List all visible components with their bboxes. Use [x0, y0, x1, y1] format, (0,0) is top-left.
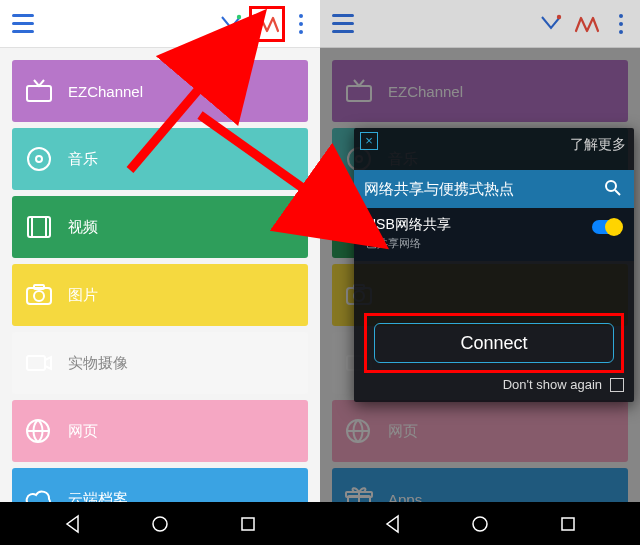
nav-home[interactable]: [465, 509, 495, 539]
tile-music[interactable]: 音乐: [12, 128, 308, 190]
camera-icon: [24, 352, 68, 374]
connect-dialog: × 了解更多 网络共享与便携式热点 USB网络共享 已共享网络 Connect: [354, 128, 634, 402]
svg-point-2: [28, 148, 50, 170]
svg-rect-26: [562, 518, 574, 530]
tile-photo[interactable]: 图片: [12, 264, 308, 326]
svg-rect-8: [27, 356, 45, 370]
usb-tethering-row[interactable]: USB网络共享 已共享网络: [354, 208, 634, 261]
android-navbar: [320, 502, 640, 545]
tile-label: 网页: [68, 422, 98, 441]
tile-label: EZChannel: [68, 83, 143, 100]
tile-web[interactable]: 网页: [12, 400, 308, 462]
nav-recent[interactable]: [553, 509, 583, 539]
nav-back[interactable]: [378, 509, 408, 539]
tethering-label: 网络共享与便携式热点: [364, 180, 604, 199]
learn-more-link[interactable]: 了解更多: [570, 136, 626, 154]
tile-label: 实物摄像: [68, 354, 128, 373]
tv-icon: [24, 78, 68, 104]
menu-icon[interactable]: [6, 7, 40, 41]
tile-label: 图片: [68, 286, 98, 305]
tile-label: 云端档案: [68, 490, 128, 503]
tile-label: 视频: [68, 218, 98, 237]
video-icon: [24, 214, 68, 240]
w-icon[interactable]: [252, 9, 282, 39]
cloud-icon: [24, 488, 68, 502]
android-navbar: [0, 502, 320, 545]
tethering-search-row[interactable]: 网络共享与便携式热点: [354, 170, 634, 208]
dont-show-label: Don't show again: [503, 377, 602, 392]
dim-overlay-top: [320, 0, 640, 48]
topbar: [0, 0, 320, 48]
more-icon[interactable]: [288, 9, 314, 39]
nav-home[interactable]: [145, 509, 175, 539]
usb-tethering-toggle[interactable]: [592, 220, 622, 234]
tile-video[interactable]: 视频: [12, 196, 308, 258]
svg-rect-11: [242, 518, 254, 530]
tile-ezchannel[interactable]: EZChannel: [12, 60, 308, 122]
nav-recent[interactable]: [233, 509, 263, 539]
svg-point-0: [237, 14, 241, 18]
content-list: EZChannel 音乐 视频 图片: [0, 48, 320, 502]
search-icon: [604, 179, 624, 200]
svg-point-10: [153, 517, 167, 531]
dont-show-row[interactable]: Don't show again: [354, 377, 624, 392]
nav-back[interactable]: [58, 509, 88, 539]
usb-tethering-sub: 已共享网络: [366, 236, 592, 251]
connect-label: Connect: [460, 333, 527, 354]
screen-right: EZChannel 音乐: [320, 0, 640, 545]
screen-left: EZChannel 音乐 视频 图片: [0, 0, 320, 545]
svg-point-24: [606, 181, 616, 191]
svg-point-6: [34, 291, 44, 301]
tile-cloud[interactable]: 云端档案: [12, 468, 308, 502]
dont-show-checkbox[interactable]: [610, 378, 624, 392]
close-icon[interactable]: ×: [360, 132, 378, 150]
connect-button[interactable]: Connect: [374, 323, 614, 363]
svg-point-25: [473, 517, 487, 531]
svg-point-3: [36, 156, 42, 162]
tile-live-camera[interactable]: 实物摄像: [12, 332, 308, 394]
photo-icon: [24, 283, 68, 307]
svg-rect-1: [27, 86, 51, 101]
web-icon: [24, 417, 68, 445]
v-icon[interactable]: [216, 9, 246, 39]
usb-tethering-title: USB网络共享: [366, 216, 592, 234]
music-icon: [24, 145, 68, 173]
tile-label: 音乐: [68, 150, 98, 169]
